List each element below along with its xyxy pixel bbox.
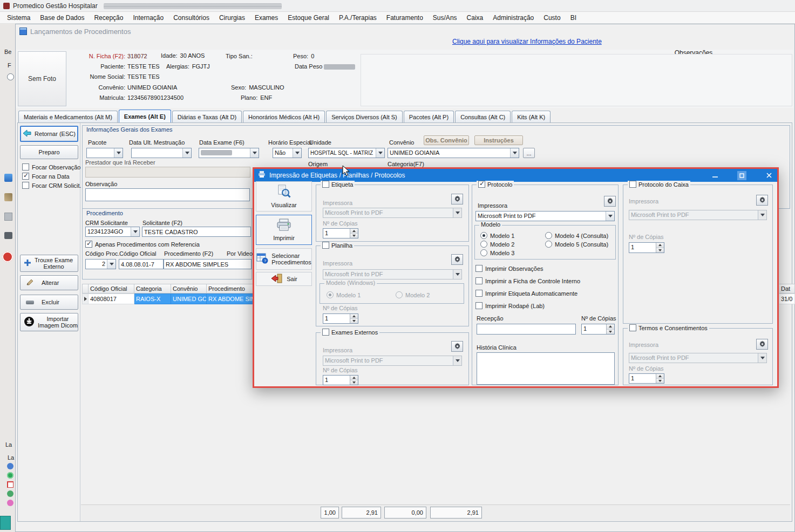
caixa-copias-up-icon[interactable] — [656, 243, 664, 248]
termos-copias-stepper[interactable]: 1 — [629, 373, 664, 384]
observacoes-box[interactable] — [361, 54, 792, 106]
visualizar-button[interactable]: Visualizar — [256, 181, 312, 212]
tab-exames[interactable]: Exames (Alt E) — [119, 110, 171, 122]
tab-pacotes[interactable]: Pacotes (Alt P) — [404, 111, 454, 122]
menu-sus-ans[interactable]: Sus/Ans — [428, 12, 462, 23]
edge-medical-cross-icon[interactable] — [7, 481, 13, 488]
protocolo-caixa-checkbox[interactable] — [629, 181, 636, 188]
focar-na-data-checkbox[interactable] — [22, 173, 29, 180]
observacao-input[interactable] — [85, 188, 250, 201]
termos-checkbox[interactable] — [629, 324, 636, 331]
termos-copias-down-icon[interactable] — [656, 379, 664, 383]
tab-honorarios[interactable]: Honorários Médicos (Alt H) — [243, 111, 325, 122]
menu-pa-terapias[interactable]: P.A./Terapias — [334, 12, 382, 23]
menu-internacao[interactable]: Internação — [128, 12, 168, 23]
obs-convenio-button[interactable]: Obs. Convênio — [424, 135, 469, 145]
tab-materiais[interactable]: Materiais e Medicamentos (Alt M) — [18, 111, 118, 122]
tab-servicos[interactable]: Serviços Diversos (Alt S) — [326, 111, 403, 122]
patient-info-link[interactable]: Clique aqui para visualizar Informações … — [452, 38, 602, 45]
table-cell-convenio[interactable]: UNIMED GOI — [171, 294, 207, 304]
exames-externos-copias-up-icon[interactable] — [350, 376, 358, 380]
caixa-copias-down-icon[interactable] — [656, 248, 664, 253]
crm-select[interactable]: 12341234GO — [85, 227, 140, 237]
caixa-copias-stepper[interactable]: 1 — [629, 242, 664, 253]
protocolo-copias-up-icon[interactable] — [607, 324, 614, 330]
edge-tool-icon[interactable] — [4, 213, 12, 221]
menu-custo[interactable]: Custo — [539, 12, 565, 23]
menu-bi[interactable]: BI — [566, 12, 581, 23]
table-header-codigo[interactable]: Código Oficial — [89, 284, 134, 294]
etiqueta-copias-up-icon[interactable] — [350, 229, 358, 234]
modelo5-radio[interactable] — [545, 241, 552, 248]
modelo2-radio[interactable] — [480, 241, 487, 248]
table-cell-data-fragment[interactable]: 31/0 — [779, 294, 795, 304]
protocolo-copias-stepper[interactable]: 1 — [581, 324, 615, 335]
tab-consultas[interactable]: Consultas (Alt C) — [455, 111, 511, 122]
exames-externos-copias-stepper[interactable]: 1 — [323, 375, 358, 385]
protocolo-checkbox[interactable] — [478, 181, 485, 188]
data-ult-select[interactable] — [131, 148, 192, 158]
table-header-convenio[interactable]: Convênio — [171, 284, 207, 294]
edge-people-icon[interactable] — [7, 490, 13, 497]
table-header-categoria[interactable]: Categoria — [134, 284, 171, 294]
preparo-button[interactable]: Preparo — [20, 145, 78, 159]
caixa-printer-settings-button[interactable] — [756, 195, 768, 206]
menu-exames[interactable]: Exames — [250, 12, 283, 23]
imprimir-button[interactable]: Imprimir — [256, 215, 312, 245]
termos-printer-settings-button[interactable] — [756, 339, 768, 350]
apenas-referencia-checkbox[interactable] — [85, 241, 92, 248]
horario-especial-select[interactable]: Não — [273, 148, 302, 158]
table-header-data-fragment[interactable]: Dat — [779, 284, 795, 294]
etiqueta-printer-settings-button[interactable] — [451, 194, 463, 204]
edge-bottom-tool-icon[interactable] — [0, 516, 11, 530]
retornar-button[interactable]: Retornar (ESC) — [20, 126, 78, 142]
minimize-icon[interactable] — [710, 171, 719, 180]
imprimir-ficha-checkbox[interactable] — [475, 277, 483, 284]
exames-externos-printer-settings-button[interactable] — [451, 341, 463, 352]
menu-administracao[interactable]: Administração — [488, 12, 539, 23]
protocolo-printer-settings-button[interactable] — [604, 196, 616, 207]
exames-externos-copias-down-icon[interactable] — [350, 380, 358, 385]
focar-crm-checkbox[interactable] — [22, 182, 29, 189]
data-exame-select[interactable] — [199, 148, 259, 158]
modelo3-radio[interactable] — [480, 249, 487, 256]
edge-flower-icon[interactable] — [7, 500, 13, 506]
tab-diarias[interactable]: Diárias e Taxas (Alt D) — [172, 111, 242, 122]
imprimir-observacoes-checkbox[interactable] — [475, 265, 483, 272]
menu-faturamento[interactable]: Faturamento — [382, 12, 428, 23]
planilha-copias-up-icon[interactable] — [350, 314, 358, 319]
protocolo-copias-down-icon[interactable] — [607, 330, 614, 335]
procedimento-input[interactable]: RX ABDOME SIMPLES — [164, 259, 252, 269]
planilha-modelo1-radio[interactable] — [327, 291, 334, 298]
edge-person-icon[interactable] — [7, 463, 13, 469]
etiqueta-copias-down-icon[interactable] — [350, 234, 358, 238]
print-dialog-titlebar[interactable]: Impressão de Etiquetas / Planilhas / Pro… — [254, 169, 777, 182]
exames-externos-checkbox[interactable] — [322, 329, 329, 336]
menu-sistema[interactable]: Sistema — [2, 12, 35, 23]
convenio-more-button[interactable]: ... — [523, 148, 535, 158]
importar-dicom-button[interactable]: Importar Imagem Dicom — [20, 313, 78, 331]
maximize-icon[interactable] — [737, 171, 746, 180]
planilha-copias-down-icon[interactable] — [350, 319, 358, 323]
table-cell-categoria[interactable]: RAIOS-X — [134, 294, 171, 304]
trouxe-exame-button[interactable]: Trouxe Exame Externo — [20, 255, 78, 272]
tab-kits[interactable]: Kits (Alt K) — [512, 111, 551, 122]
modelo1-radio[interactable] — [480, 232, 487, 239]
planilha-modelo2-radio[interactable] — [396, 291, 403, 298]
edge-pencil-icon[interactable] — [4, 193, 12, 201]
codigo-proc-select[interactable]: 2 — [85, 259, 116, 269]
edge-radio-1[interactable] — [7, 73, 14, 80]
codigo-oficial-input[interactable]: 4.08.08.01-7 — [119, 259, 164, 269]
menu-caixa[interactable]: Caixa — [462, 12, 488, 23]
alterar-button[interactable]: Alterar — [20, 275, 78, 290]
menu-cirurgias[interactable]: Cirurgias — [214, 12, 250, 23]
edge-blocked-icon[interactable] — [2, 251, 13, 262]
etiqueta-checkbox[interactable] — [322, 181, 329, 188]
exames-convenio-select[interactable]: UNIMED GOIANIA — [388, 148, 519, 158]
imprimir-rodape-checkbox[interactable] — [475, 302, 483, 309]
planilha-checkbox[interactable] — [322, 242, 329, 249]
selecionar-procedimentos-button[interactable]: ? Selecionar Procedimentos — [256, 248, 312, 270]
etiqueta-copias-stepper[interactable]: 1 — [323, 228, 358, 238]
menu-estoque-geral[interactable]: Estoque Geral — [283, 12, 334, 23]
focar-observacao-checkbox[interactable] — [22, 163, 29, 170]
